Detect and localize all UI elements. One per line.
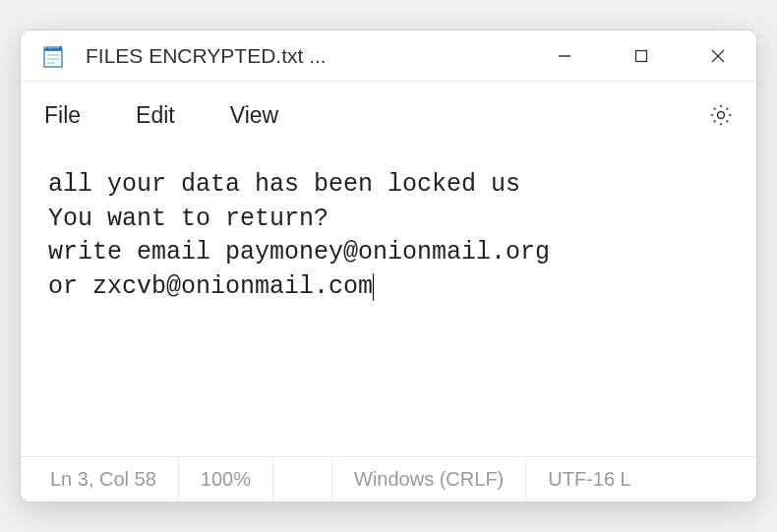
window: FILES ENCRYPTED.txt ... File Edit View a… [20,30,757,502]
status-zoom[interactable]: 100% [179,457,273,502]
gear-icon[interactable] [705,99,737,131]
text-editor[interactable]: all your data has been locked us You wan… [21,148,756,456]
menu-view[interactable]: View [226,100,282,131]
close-button[interactable] [680,30,756,82]
menu-file[interactable]: File [40,100,85,131]
svg-rect-0 [44,49,62,67]
editor-line: or zxcvb@onionmail.com [48,272,373,301]
status-encoding[interactable]: UTF-16 L [526,457,748,502]
editor-line: all your data has been locked us [48,170,520,199]
maximize-button[interactable] [603,30,680,82]
editor-line: You want to return? [48,205,329,233]
svg-rect-1 [44,46,62,51]
titlebar: FILES ENCRYPTED.txt ... [21,30,756,82]
statusbar: Ln 3, Col 58 100% Windows (CRLF) UTF-16 … [21,456,756,502]
notepad-icon [38,41,68,71]
window-title: FILES ENCRYPTED.txt ... [68,44,526,68]
status-spacer [273,457,332,502]
menu-edit[interactable]: Edit [132,100,179,131]
menubar: File Edit View [21,82,756,148]
window-controls [526,30,756,81]
svg-point-14 [718,112,725,119]
status-position[interactable]: Ln 3, Col 58 [29,457,179,502]
status-line-ending[interactable]: Windows (CRLF) [332,457,526,502]
editor-line: write email paymoney@onionmail.org [48,238,550,266]
svg-rect-11 [636,50,647,61]
text-caret [373,273,374,301]
minimize-button[interactable] [526,30,603,82]
